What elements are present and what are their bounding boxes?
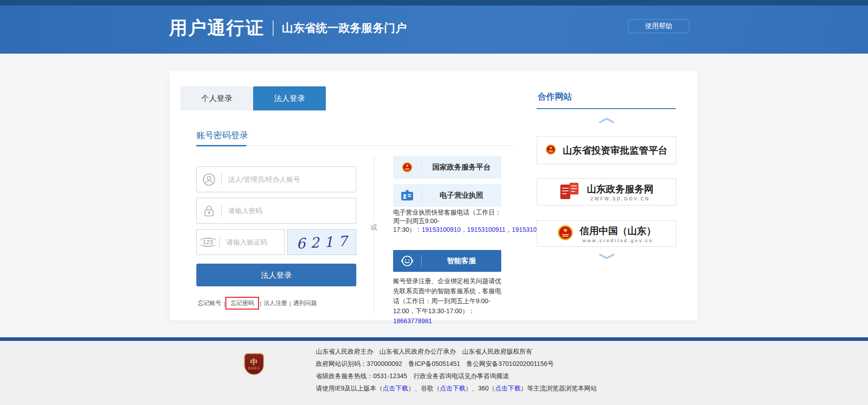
- legal-login-button[interactable]: 法人登录: [196, 264, 356, 286]
- footer-line-4: 请使用IE9及以上版本（点击下载）、谷歌（点击下载）、360（点击下载）等主流浏…: [316, 382, 597, 395]
- password-input-row: [196, 198, 356, 224]
- partner-site-zwfw[interactable]: 山东政务服务网 ZWFW.SD.GOV.CN: [537, 178, 676, 205]
- forgot-account-link[interactable]: 忘记账号: [195, 299, 224, 307]
- forgot-password-link[interactable]: 忘记密码: [228, 300, 256, 306]
- e-license-phone-numbers: 19153100910，19153100911，1915310: [422, 226, 537, 233]
- national-gov-platform-button[interactable]: 国家政务服务平台: [393, 156, 501, 179]
- or-label: 或: [367, 221, 381, 233]
- partners-underline: [537, 108, 676, 109]
- captcha-code: 6217: [291, 232, 353, 252]
- gov-badge-icon: 中 党政机关: [244, 353, 264, 375]
- login-page: 用户通行证 山东省统一政务服务门户 使用帮助 个人登录 法人登录 账号密码登录: [0, 0, 868, 405]
- partner-site-url: www.creditsd.gov.cn: [583, 238, 653, 243]
- brand: 用户通行证 山东省统一政务服务门户: [169, 15, 407, 40]
- captcha-image[interactable]: 6217: [287, 229, 356, 255]
- e-business-license-button[interactable]: 电子营业执照: [393, 184, 501, 207]
- credit-emblem-icon: [557, 225, 574, 243]
- e-business-license-label: 电子营业执照: [422, 191, 501, 200]
- method-divider: [196, 145, 514, 146]
- note-line-1: 电子营业执照快登客服电话（工作日：: [393, 208, 537, 217]
- help-button[interactable]: 使用帮助: [628, 19, 689, 33]
- note-line-3: 17:30）：19153100910，19153100911，1915310: [393, 225, 537, 234]
- national-emblem-icon: [545, 144, 556, 157]
- account-input[interactable]: [222, 175, 356, 183]
- partner-site-url: ZWFW.SD.GOV.CN: [590, 196, 650, 201]
- partner-site-name: 山东政务服务网: [587, 183, 653, 195]
- tab-legal-login[interactable]: 法人登录: [253, 86, 326, 110]
- footer-line-1: 山东省人民政府主办 山东省人民政府办公厅承办 山东省人民政府版权所有: [316, 345, 597, 358]
- page-title: 用户通行证: [169, 15, 264, 40]
- license-card-icon: [393, 190, 421, 201]
- footer-line-3: 省级政务服务热线：0531-12345 行政业务咨询电话见办事咨询频道: [316, 370, 597, 382]
- legal-register-link[interactable]: 法人注册: [261, 299, 289, 307]
- footer-accent-bar: [0, 337, 868, 341]
- note-line-2: 周一到周五9:00-: [393, 217, 537, 225]
- smart-service-button[interactable]: 智能客服: [393, 250, 501, 272]
- brand-divider: [273, 20, 274, 36]
- partner-site-investment-platform[interactable]: 山东省投资审批监管平台: [537, 136, 676, 164]
- captcha-input[interactable]: [220, 238, 284, 246]
- link-separator: |: [224, 300, 225, 307]
- vertical-divider: [374, 157, 374, 314]
- helper-links: 忘记账号 | 忘记密码 | 法人注册 | 遇到问题: [195, 297, 319, 310]
- page-subtitle: 山东省统一政务服务门户: [282, 20, 407, 35]
- captcha-input-row: 123: [196, 229, 285, 255]
- partner-site-name: 信用中国（山东）: [580, 225, 656, 237]
- smart-service-label: 智能客服: [422, 256, 501, 266]
- download-chrome-link[interactable]: 点击下载: [440, 385, 465, 392]
- header: 用户通行证 山东省统一政务服务门户 使用帮助: [0, 0, 868, 54]
- partner-site-name: 山东省投资审批监管平台: [563, 144, 668, 157]
- chevron-up-icon[interactable]: [599, 117, 615, 125]
- header-top-strip: [0, 0, 868, 5]
- method-active-underline: [196, 145, 246, 146]
- chevron-down-icon[interactable]: [599, 253, 615, 261]
- lock-icon: [197, 204, 221, 218]
- partners-title: 合作网站: [538, 91, 572, 103]
- footer-line-2: 政府网站识别码：3700000092 鲁ICP备05051451 鲁公网安备37…: [316, 358, 597, 370]
- e-license-service-note: 电子营业执照快登客服电话（工作日： 周一到周五9:00- 17:30）：1915…: [393, 208, 537, 234]
- national-emblem-icon: [393, 162, 421, 173]
- smart-service-phone: 18663778981: [393, 317, 432, 325]
- download-ie-link[interactable]: 点击下载: [383, 385, 408, 392]
- account-icon: [197, 173, 221, 186]
- smart-service-note: 账号登录注册、企业绑定相关问题请优先联系页面中的智能客服系统，客服电话（工作日：…: [393, 276, 506, 326]
- problems-link[interactable]: 遇到问题: [291, 299, 319, 307]
- tab-personal-login[interactable]: 个人登录: [180, 86, 253, 110]
- partner-site-credit-china[interactable]: 信用中国（山东） www.creditsd.gov.cn: [537, 220, 676, 247]
- footer: 中 党政机关 山东省人民政府主办 山东省人民政府办公厅承办 山东省人民政府版权所…: [0, 341, 868, 405]
- footer-text: 山东省人民政府主办 山东省人民政府办公厅承办 山东省人民政府版权所有 政府网站识…: [316, 345, 597, 395]
- download-360-link[interactable]: 点击下载: [495, 385, 520, 392]
- seal-logo-icon: [559, 182, 580, 202]
- robot-icon: [393, 254, 421, 268]
- password-input[interactable]: [222, 207, 356, 215]
- account-input-row: [196, 166, 356, 192]
- captcha-123-icon: 123: [197, 238, 219, 247]
- forgot-password-highlight: 忘记密码: [225, 297, 259, 310]
- login-form: 123 6217: [196, 166, 356, 260]
- national-gov-platform-label: 国家政务服务平台: [422, 163, 501, 172]
- login-card: 个人登录 法人登录 账号密码登录: [170, 70, 698, 320]
- login-tabs: 个人登录 法人登录: [180, 86, 326, 110]
- tab-account-password-login[interactable]: 账号密码登录: [196, 130, 248, 141]
